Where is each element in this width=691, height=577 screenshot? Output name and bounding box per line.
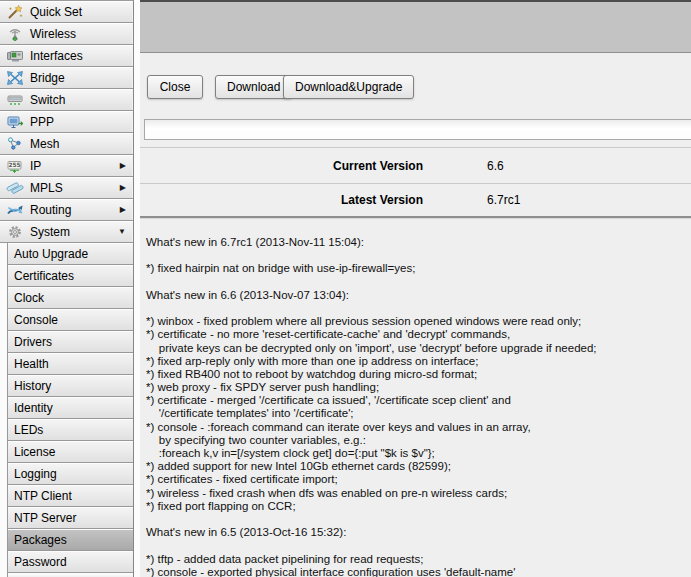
sidebar-item-label: System [30,225,70,239]
sidebar-item-console[interactable]: Console [8,309,133,331]
sidebar-item-health[interactable]: Health [8,353,133,375]
changelog-line [146,302,691,315]
changelog-line: What's new in 6.6 (2013-Nov-07 13:04): [146,289,691,302]
sidebar-system-submenu: Auto UpgradeCertificatesClockConsoleDriv… [7,243,133,577]
latest-version-label: Latest Version [140,193,423,207]
changelog-line [146,539,691,552]
sidebar-item-label: IP [30,159,41,173]
sidebar-menu: Quick SetWirelessInterfacesBridgeSwitchP… [0,0,134,577]
sidebar-item-history[interactable]: History [8,375,133,397]
sidebar-item-label: Password [14,555,67,569]
sidebar-item-certificates[interactable]: Certificates [8,265,133,287]
chevron-right-icon: ▶ [120,184,126,192]
sidebar-item-label: Clock [14,291,44,305]
changelog-line: *) certificates - fixed certificate impo… [146,473,691,486]
sidebar-item-license[interactable]: License [8,441,133,463]
changelog-line: *) fixed RB400 not to reboot by watchdog… [146,368,691,381]
sidebar-item-label: Routing [30,203,71,217]
sidebar-item-label: LEDs [14,423,43,437]
sidebar-item-label: NTP Client [14,489,72,503]
sidebar-item-label: Interfaces [30,49,83,63]
sidebar-item-label: Health [14,357,49,371]
sidebar-item-routing[interactable]: Routing▶ [0,199,133,221]
sidebar-item-label: MPLS [30,181,63,195]
package-update-window: Close Download Download&Upgrade Current … [140,0,691,577]
ppp-computer-icon [5,114,25,130]
sidebar-item-label: Wireless [30,27,76,41]
svg-text:255: 255 [8,162,20,168]
switch-icon [5,92,25,108]
changelog-line: *) tftp - added data packet pipelining f… [146,553,691,566]
download-upgrade-button[interactable]: Download&Upgrade [283,75,414,99]
sidebar-item-mesh[interactable]: Mesh [0,133,133,155]
changelog-line: by specifying two counter variables, e.g… [146,434,691,447]
sidebar-item-ppp[interactable]: PPP [0,111,133,133]
antenna-icon [5,26,25,42]
sidebar-item-label: History [14,379,51,393]
chevron-right-icon: ▶ [120,206,126,214]
sidebar-item-password[interactable]: Password [8,551,133,573]
changelog-text: What's new in 6.7rc1 (2013-Nov-11 15:04)… [146,236,691,577]
changelog-line: What's new in 6.7rc1 (2013-Nov-11 15:04)… [146,236,691,249]
system-gear-icon [5,224,25,240]
sidebar-item-packages[interactable]: Packages [8,529,133,551]
sidebar-item-switch[interactable]: Switch [0,89,133,111]
sidebar-item-ip[interactable]: 255IP▶ [0,155,133,177]
separator-thick [140,216,691,219]
current-version-label: Current Version [140,159,423,173]
changelog-line: *) web proxy - fix SPDY server push hand… [146,381,691,394]
sidebar-item-leds[interactable]: LEDs [8,419,133,441]
changelog-line: *) certificate - no more 'reset-certific… [146,328,691,341]
sidebar-item-bridge[interactable]: Bridge [0,67,133,89]
sidebar-item-ntp-server[interactable]: NTP Server [8,507,133,529]
changelog-line: *) fixed arp-reply only with more than o… [146,355,691,368]
sidebar-item-system[interactable]: System▼ [0,221,133,243]
chevron-right-icon: ▶ [120,162,126,170]
sidebar-item-quick-set[interactable]: Quick Set [0,1,133,23]
routing-arrows-icon [5,202,25,218]
ip-255-icon: 255 [5,158,25,174]
sidebar-item-auto-upgrade[interactable]: Auto Upgrade [8,243,133,265]
sidebar-item-label: Bridge [30,71,65,85]
sidebar-top-items: Quick SetWirelessInterfacesBridgeSwitchP… [0,1,133,243]
changelog-line: *) console - exported physical interface… [146,566,691,577]
sidebar-item-clock[interactable]: Clock [8,287,133,309]
changelog-line: *) fixed port flapping on CCR; [146,500,691,513]
chevron-down-icon: ▼ [118,228,126,236]
changelog-line: *) added support for new Intel 10Gb ethe… [146,460,691,473]
sidebar-item-identity[interactable]: Identity [8,397,133,419]
sidebar-item-interfaces[interactable]: Interfaces [0,45,133,67]
status-progress-bar [144,119,691,140]
changelog-line: *) fixed hairpin nat on bridge with use-… [146,262,691,275]
wand-icon [5,4,25,20]
window-titlebar [140,0,691,53]
changelog-line: *) wireless - fixed crash when dfs was e… [146,487,691,500]
sidebar-item-label: Drivers [14,335,52,349]
download-button[interactable]: Download [215,75,292,99]
current-version-row: Current Version 6.6 [140,148,691,183]
winbox-app: Quick SetWirelessInterfacesBridgeSwitchP… [0,0,691,577]
changelog-line: '/certificate templates' into '/certific… [146,407,691,420]
sidebar-item-label: Identity [14,401,53,415]
sidebar-item-label: Console [14,313,58,327]
changelog-line: *) console - :foreach command can iterat… [146,421,691,434]
changelog-line: *) winbox - fixed problem where all prev… [146,315,691,328]
sidebar-item-ntp-client[interactable]: NTP Client [8,485,133,507]
sidebar-item-label: Certificates [14,269,74,283]
changelog-line: What's new in 6.5 (2013-Oct-16 15:32): [146,526,691,539]
latest-version-row: Latest Version 6.7rc1 [140,184,691,216]
sidebar-item-label: Mesh [30,137,59,151]
sidebar-item-label: Packages [14,533,67,547]
sidebar-item-label: License [14,445,55,459]
sidebar-item-label: Quick Set [30,5,82,19]
mesh-nodes-icon [5,136,25,152]
sidebar-item-label: Logging [14,467,57,481]
current-version-value: 6.6 [487,159,504,173]
sidebar-item-wireless[interactable]: Wireless [0,23,133,45]
sidebar-item-drivers[interactable]: Drivers [8,331,133,353]
changelog-line: *) certificate - merged '/certificate ca… [146,394,691,407]
close-button[interactable]: Close [147,75,203,99]
changelog-line: private keys can be decrypted only on 'i… [146,342,691,355]
sidebar-item-logging[interactable]: Logging [8,463,133,485]
sidebar-item-mpls[interactable]: MPLS▶ [0,177,133,199]
